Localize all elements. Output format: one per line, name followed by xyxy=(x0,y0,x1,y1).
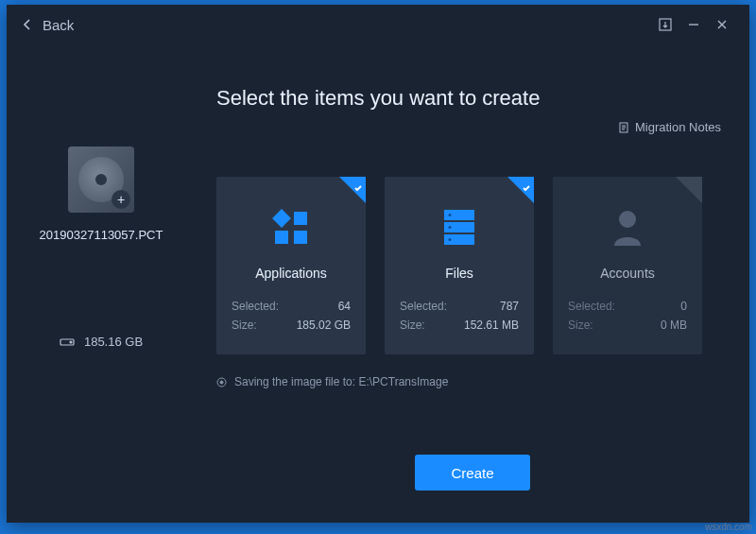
svg-point-5 xyxy=(70,341,72,343)
back-arrow-icon xyxy=(20,17,35,32)
svg-point-17 xyxy=(449,214,452,216)
sync-icon xyxy=(659,18,672,31)
migration-notes-link[interactable]: Migration Notes xyxy=(618,120,721,134)
card-title: Files xyxy=(445,266,473,281)
window-close-button[interactable] xyxy=(708,10,736,39)
window-minimize-button[interactable] xyxy=(679,10,708,39)
card-corner-unselected xyxy=(676,177,702,203)
back-button[interactable]: Back xyxy=(20,17,74,33)
svg-point-22 xyxy=(220,381,223,384)
location-icon xyxy=(216,377,227,388)
main-panel: Select the items you want to create Migr… xyxy=(196,44,749,523)
add-disk-badge: + xyxy=(112,190,130,209)
storage-icon xyxy=(60,336,75,348)
disk-filename: 20190327113057.PCT xyxy=(40,228,163,242)
svg-rect-10 xyxy=(272,209,291,228)
migration-notes-label: Migration Notes xyxy=(635,120,721,134)
svg-point-18 xyxy=(449,226,452,229)
save-path-label: Saving the image file to: E:\PCTransImag… xyxy=(234,375,448,388)
card-meta: Selected:64 Size:185.02 GB xyxy=(216,294,366,332)
svg-rect-11 xyxy=(294,212,307,225)
disk-tile[interactable]: + xyxy=(68,146,134,213)
titlebar: Back xyxy=(7,5,749,44)
sidebar: + 20190327113057.PCT 185.16 GB xyxy=(7,44,196,523)
card-files[interactable]: Files Selected:787 Size:152.61 MB xyxy=(385,177,534,354)
svg-rect-13 xyxy=(294,231,307,244)
svg-point-19 xyxy=(449,238,452,241)
app-window: Back + 20190327113057.PCT 185.16 GB Sele… xyxy=(7,5,749,523)
card-meta: Selected:787 Size:152.61 MB xyxy=(385,294,534,332)
watermark: wsxdn.com xyxy=(705,522,752,532)
body: + 20190327113057.PCT 185.16 GB Select th… xyxy=(7,44,749,523)
card-meta: Selected:0 Size:0 MB xyxy=(553,294,702,332)
card-title: Applications xyxy=(255,266,327,281)
window-sync-button[interactable] xyxy=(651,10,679,39)
create-button[interactable]: Create xyxy=(415,455,530,491)
notes-icon xyxy=(618,122,629,133)
svg-point-20 xyxy=(619,211,636,228)
check-icon xyxy=(522,180,531,197)
minimize-icon xyxy=(687,18,700,31)
accounts-icon xyxy=(609,196,646,260)
disk-size-value: 185.16 GB xyxy=(84,335,143,349)
disk-size-row: 185.16 GB xyxy=(60,335,143,349)
page-title: Select the items you want to create xyxy=(216,86,721,111)
back-label: Back xyxy=(43,17,74,33)
save-path-row: Saving the image file to: E:\PCTransImag… xyxy=(216,375,721,388)
svg-rect-12 xyxy=(275,231,288,244)
close-icon xyxy=(715,18,729,31)
applications-icon xyxy=(269,196,313,260)
cards-row: Applications Selected:64 Size:185.02 GB … xyxy=(216,177,721,354)
card-title: Accounts xyxy=(600,266,655,281)
card-applications[interactable]: Applications Selected:64 Size:185.02 GB xyxy=(216,177,366,354)
check-icon xyxy=(353,180,363,197)
card-accounts[interactable]: Accounts Selected:0 Size:0 MB xyxy=(553,177,702,354)
files-icon xyxy=(440,196,478,260)
